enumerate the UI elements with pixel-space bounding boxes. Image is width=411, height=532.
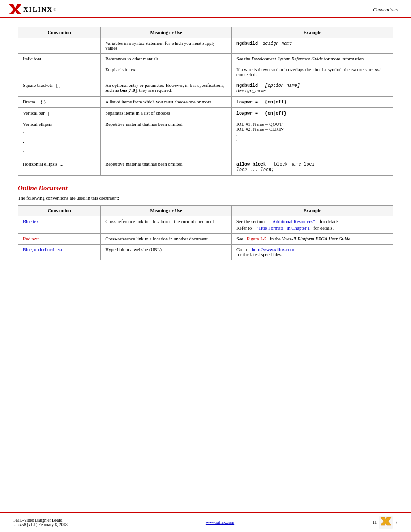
print-conventions-table: Convention Meaning or Use Example Variab… — [18, 27, 393, 176]
example-cell: If a wire is drawn so that it overlaps t… — [232, 64, 393, 80]
online-col-header-example: Example — [232, 205, 393, 216]
meaning-cell: Repetitive material that has been omitte… — [101, 119, 232, 159]
title-formats-link[interactable]: "Title Formats" in Chapter 1 — [257, 226, 310, 231]
allow-block-line2: loc2 ... locn; — [236, 167, 388, 172]
lowpwr-bold: lowpwr = — [236, 100, 258, 105]
xilinx-logo-icon — [9, 4, 21, 14]
meaning-cell: References to other manuals — [101, 54, 232, 64]
footer-left: FMC-Video Daughter Board UG458 (v1.1) Fe… — [13, 518, 68, 527]
example-cell: ngdbuild [option_name] design_name — [232, 80, 393, 97]
example-cell: lowpwr = {on|off} — [232, 97, 393, 108]
table-row: Horizontal ellipsis ... Repetitive mater… — [18, 159, 393, 175]
ngdbuild-bold: ngdbuild — [236, 83, 258, 88]
convention-cell: Vertical ellipsis ... — [18, 119, 101, 159]
blue-underlined-label[interactable]: Blue, underlined text — [23, 247, 62, 252]
table-row: Blue, underlined text Hyperlink to a web… — [18, 244, 393, 260]
next-page-arrow[interactable]: › — [395, 519, 398, 526]
example-cell: ngdbuild design_name — [232, 38, 393, 54]
online-col-header-meaning: Meaning or Use — [101, 205, 232, 216]
onoff-braces: {on|off} — [265, 100, 287, 105]
example-cell: Go to http://www.xilinx.com for the late… — [232, 244, 393, 260]
table-row: Braces { } A list of items from which yo… — [18, 97, 393, 108]
col-header-convention: Convention — [18, 27, 101, 38]
convention-cell: Horizontal ellipsis ... — [18, 159, 101, 175]
xilinx-text: XILINX — [23, 6, 53, 13]
figure-link[interactable]: Figure 2-5 — [247, 236, 266, 241]
header-title: Conventions — [373, 7, 398, 12]
iob2: IOB #2: Name = CLKIN' — [236, 127, 388, 132]
table-row: Variables in a syntax statement for whic… — [18, 38, 393, 54]
xilinx-footer-icon — [379, 516, 393, 529]
page-footer: FMC-Video Daughter Board UG458 (v1.1) Fe… — [0, 512, 411, 532]
convention-cell: Braces { } — [18, 97, 101, 108]
example-line2: design_name — [236, 88, 388, 94]
example-cell: allow block block_name loc1 loc2 ... loc… — [232, 159, 393, 175]
blue-example-2: Refer to "Title Formats" in Chapter 1 fo… — [236, 226, 388, 231]
table-row: Vertical bar | Separates items in a list… — [18, 108, 393, 119]
svg-marker-0 — [9, 4, 21, 14]
footer-doc-title: FMC-Video Daughter Board — [13, 518, 68, 523]
design-name: design_name — [236, 89, 266, 94]
example-cell: See the Development System Reference Gui… — [232, 54, 393, 64]
url-link[interactable]: http://www.xilinx.com — [252, 247, 294, 252]
col-header-meaning: Meaning or Use — [101, 27, 232, 38]
convention-cell: Blue text — [18, 216, 101, 233]
meaning-cell: Cross-reference link to a location in an… — [101, 233, 232, 244]
example-bold: ngdbuild — [236, 41, 258, 46]
lowpwr2-bold: lowpwr = — [236, 111, 258, 116]
table-row: Red text Cross-reference link to a locat… — [18, 233, 393, 244]
meaning-cell: Hyperlink to a website (URL) — [101, 244, 232, 260]
loc2-locn: loc2 ... locn; — [236, 167, 274, 172]
additional-resources-link[interactable]: "Additional Resources" — [270, 219, 315, 224]
iob-dot2: . — [236, 137, 388, 142]
iob-dot1: . — [236, 132, 388, 137]
online-document-heading: Online Document — [18, 184, 393, 192]
convention-cell: Blue, underlined text — [18, 244, 101, 260]
convention-cell — [18, 38, 101, 54]
footer-center: www.xilinx.com — [206, 520, 234, 525]
page-header: XILINX ® Conventions — [0, 0, 411, 18]
example-line1: ngdbuild [option_name] — [236, 83, 388, 88]
registered-mark: ® — [53, 7, 56, 12]
example-cell: See the section "Additional Resources" f… — [232, 216, 393, 233]
meaning-cell: Separates items in a list of choices — [101, 108, 232, 119]
example-cell: See Figure 2-5 in the Vrtex-II Platform … — [232, 233, 393, 244]
emphasis-not: not — [375, 67, 381, 72]
example-cell: IOB #1: Name = QOUT' IOB #2: Name = CLKI… — [232, 119, 393, 159]
example-cell: lowpwr = {on|off} — [232, 108, 393, 119]
meaning-cell: Repetitive material that has been omitte… — [101, 159, 232, 175]
convention-cell: Red text — [18, 233, 101, 244]
block-name: block_name loc1 — [274, 162, 314, 167]
blue-text-label[interactable]: Blue text — [23, 219, 40, 224]
footer-right: 11 › — [372, 516, 398, 529]
virtex-guide: Vrtex-II Platform FPGA User Guide. — [282, 236, 351, 241]
allow-block-line1: allow block block_name loc1 — [236, 162, 388, 167]
meaning-cell: An optional entry or parameter. However,… — [101, 80, 232, 97]
iob1: IOB #1: Name = QOUT' — [236, 122, 388, 127]
vert-ellipsis-label: Vertical ellipsis — [23, 122, 96, 127]
meaning-cell: Variables in a syntax statement for whic… — [101, 38, 232, 54]
italic-ref: Development System Reference Guide — [251, 56, 323, 61]
underline-decoration — [64, 251, 78, 251]
url-underline — [295, 251, 307, 251]
logo-area: XILINX ® — [9, 4, 56, 14]
convention-cell — [18, 64, 101, 80]
red-text-label[interactable]: Red text — [23, 236, 39, 241]
convention-cell: Square brackets [ ] — [18, 80, 101, 97]
blue-example-1: See the section "Additional Resources" f… — [236, 219, 388, 224]
footer-url[interactable]: www.xilinx.com — [206, 520, 234, 525]
option-name: [option_name] — [265, 83, 300, 88]
online-col-header-convention: Convention — [18, 205, 101, 216]
convention-cell: Vertical bar | — [18, 108, 101, 119]
example-italic: design_name — [263, 41, 292, 46]
online-section-desc: The following conventions are used in th… — [18, 196, 393, 201]
bus-bold: bus[7:0] — [120, 88, 137, 93]
table-row: Blue text Cross-reference link to a loca… — [18, 216, 393, 233]
meaning-cell: Cross-reference link to a location in th… — [101, 216, 232, 233]
table-row: Vertical ellipsis ... Repetitive materia… — [18, 119, 393, 159]
table-row: Italic font References to other manuals … — [18, 54, 393, 64]
online-conventions-table: Convention Meaning or Use Example Blue t… — [18, 205, 393, 260]
footer-doc-id: UG458 (v1.1) February 8, 2008 — [13, 523, 68, 527]
allow-bold: allow block — [236, 162, 266, 167]
table-row: Emphasis in text If a wire is drawn so t… — [18, 64, 393, 80]
